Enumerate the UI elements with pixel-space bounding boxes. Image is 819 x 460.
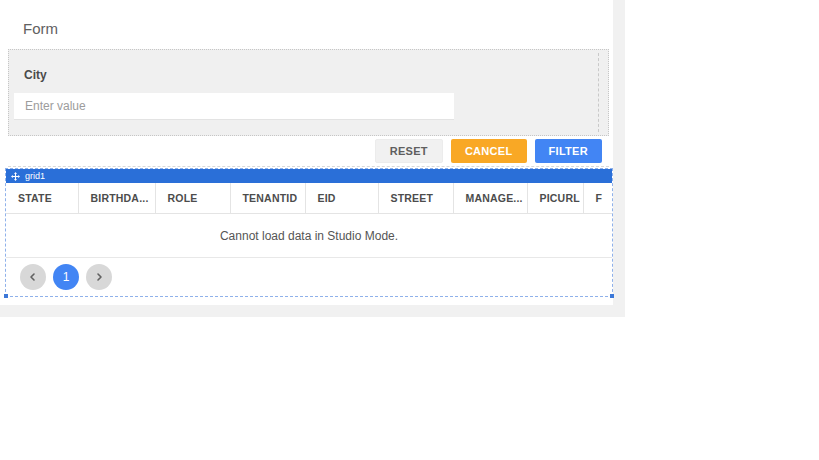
column-header-birthdate[interactable]: BIRTHDA... (78, 183, 155, 214)
column-header-role[interactable]: ROLE (155, 183, 230, 214)
grid-empty-message: Cannot load data in Studio Mode. (6, 214, 612, 258)
form-header: Form (8, 8, 609, 49)
grid-pagination: 1 (6, 258, 612, 296)
pagination-prev-button[interactable] (20, 264, 46, 290)
column-header-state[interactable]: STATE (6, 183, 78, 214)
form-widget: Form City RESET CANCEL FILTER (8, 8, 609, 167)
form-footer: RESET CANCEL FILTER (8, 136, 609, 167)
data-table: STATE BIRTHDA... ROLE TENANTID EID STREE… (6, 183, 612, 214)
city-field-label: City (24, 68, 608, 82)
filter-button[interactable]: FILTER (535, 139, 602, 163)
move-icon (11, 172, 20, 181)
vertical-scrollbar-track[interactable] (613, 0, 625, 317)
form-body: City (8, 49, 609, 136)
grid-widget-name: grid1 (25, 169, 45, 183)
pagination-page-1-button[interactable]: 1 (53, 264, 79, 290)
column-header-picurl[interactable]: PICURL (527, 183, 583, 214)
resize-handle[interactable] (4, 294, 8, 298)
grid-widget: grid1 STATE BIRTHDA... ROLE TENANTID EID… (5, 168, 613, 297)
chevron-right-icon (94, 272, 104, 282)
column-header-truncated[interactable]: F (583, 183, 612, 214)
pagination-next-button[interactable] (86, 264, 112, 290)
form-title: Form (23, 20, 58, 37)
resize-handle[interactable] (610, 294, 614, 298)
horizontal-scrollbar-track[interactable] (0, 305, 625, 317)
cancel-button[interactable]: CANCEL (451, 139, 527, 163)
column-header-street[interactable]: STREET (378, 183, 453, 214)
grid-widget-titlebar[interactable]: grid1 (6, 169, 612, 183)
column-header-tenantid[interactable]: TENANTID (230, 183, 305, 214)
table-header-row: STATE BIRTHDA... ROLE TENANTID EID STREE… (6, 183, 612, 214)
column-header-manager[interactable]: MANAGE... (453, 183, 527, 214)
column-header-eid[interactable]: EID (305, 183, 378, 214)
city-input[interactable] (14, 93, 454, 120)
reset-button[interactable]: RESET (375, 139, 443, 163)
chevron-left-icon (28, 272, 38, 282)
